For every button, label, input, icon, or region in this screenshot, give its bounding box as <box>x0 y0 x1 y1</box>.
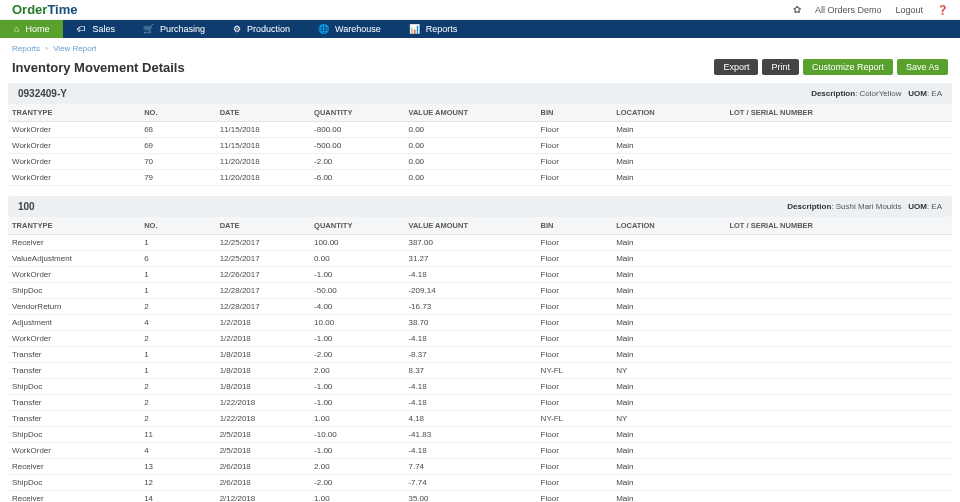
table-row[interactable]: WorkOrder42/5/2018-1.00-4.18FloorMain <box>8 443 952 459</box>
nav-home[interactable]: ⌂ Home <box>0 20 63 38</box>
nav-purchasing[interactable]: 🛒 Purchasing <box>129 20 219 38</box>
breadcrumb-root[interactable]: Reports <box>12 44 40 53</box>
cell-quantity: 2.00 <box>310 363 404 379</box>
gear-icon[interactable]: ✿ <box>793 4 801 15</box>
customize-report-button[interactable]: Customize Report <box>803 59 893 75</box>
cell-trantype: Transfer <box>8 411 140 427</box>
table-row[interactable]: WorkOrder7911/20/2018-6.000.00FloorMain <box>8 170 952 186</box>
nav-production[interactable]: ⚙ Production <box>219 20 304 38</box>
table-row[interactable]: Transfer11/8/2018-2.00-8.37FloorMain <box>8 347 952 363</box>
cell-lot <box>725 347 952 363</box>
cell-lot <box>725 443 952 459</box>
cell-location: Main <box>612 283 725 299</box>
cell-no: 1 <box>140 347 216 363</box>
cell-quantity: 10.00 <box>310 315 404 331</box>
cell-bin: Floor <box>537 395 613 411</box>
cell-date: 2/6/2018 <box>216 459 310 475</box>
cell-date: 2/5/2018 <box>216 427 310 443</box>
cell-bin: Floor <box>537 475 613 491</box>
group-header[interactable]: 0932409-YDescription: ColorYellow UOM: E… <box>8 83 952 104</box>
table-row[interactable]: Receiver112/25/2017100.00387.00FloorMain <box>8 235 952 251</box>
col-no[interactable]: NO. <box>140 104 216 122</box>
table-row[interactable]: WorkOrder21/2/2018-1.00-4.18FloorMain <box>8 331 952 347</box>
print-button[interactable]: Print <box>762 59 799 75</box>
table-row[interactable]: Receiver132/6/20182.007.74FloorMain <box>8 459 952 475</box>
col-quantity[interactable]: QUANTITY <box>310 104 404 122</box>
table-row[interactable]: Transfer11/8/20182.008.37NY-FLNY <box>8 363 952 379</box>
table-row[interactable]: WorkOrder6911/15/2018-500.000.00FloorMai… <box>8 138 952 154</box>
col-lot-serial[interactable]: LOT / SERIAL NUMBER <box>725 104 952 122</box>
group-id: 100 <box>18 201 35 212</box>
cell-date: 2/6/2018 <box>216 475 310 491</box>
cell-location: Main <box>612 443 725 459</box>
navbar: ⌂ Home 🏷 Sales 🛒 Purchasing ⚙ Production… <box>0 20 960 38</box>
cart-icon: 🛒 <box>143 24 154 34</box>
col-no[interactable]: NO. <box>140 217 216 235</box>
cell-bin: Floor <box>537 251 613 267</box>
table-row[interactable]: ShipDoc112/28/2017-50.00-209.14FloorMain <box>8 283 952 299</box>
nav-warehouse[interactable]: 🌐 Warehouse <box>304 20 395 38</box>
cell-no: 68 <box>140 122 216 138</box>
cell-trantype: ShipDoc <box>8 475 140 491</box>
cell-no: 4 <box>140 443 216 459</box>
cell-location: Main <box>612 170 725 186</box>
col-value-amount[interactable]: VALUE AMOUNT <box>404 104 536 122</box>
nav-sales[interactable]: 🏷 Sales <box>63 20 129 38</box>
all-orders-demo-link[interactable]: All Orders Demo <box>815 5 882 15</box>
col-bin[interactable]: BIN <box>537 104 613 122</box>
export-button[interactable]: Export <box>714 59 758 75</box>
table-row[interactable]: Transfer21/22/2018-1.00-4.18FloorMain <box>8 395 952 411</box>
col-date[interactable]: DATE <box>216 217 310 235</box>
cell-trantype: Adjustment <box>8 315 140 331</box>
col-quantity[interactable]: QUANTITY <box>310 217 404 235</box>
save-as-button[interactable]: Save As <box>897 59 948 75</box>
table-row[interactable]: WorkOrder6811/15/2018-800.000.00FloorMai… <box>8 122 952 138</box>
col-value-amount[interactable]: VALUE AMOUNT <box>404 217 536 235</box>
help-icon[interactable]: ❓ <box>937 5 948 15</box>
cell-lot <box>725 170 952 186</box>
table-row[interactable]: ValueAdjustment612/25/20170.0031.27Floor… <box>8 251 952 267</box>
cell-value-amount: -8.37 <box>404 347 536 363</box>
cell-value-amount: -4.18 <box>404 331 536 347</box>
cell-location: Main <box>612 427 725 443</box>
cell-trantype: WorkOrder <box>8 138 140 154</box>
cell-no: 79 <box>140 170 216 186</box>
cell-trantype: WorkOrder <box>8 154 140 170</box>
col-lot-serial[interactable]: LOT / SERIAL NUMBER <box>725 217 952 235</box>
col-location[interactable]: LOCATION <box>612 104 725 122</box>
table-row[interactable]: WorkOrder7011/20/2018-2.000.00FloorMain <box>8 154 952 170</box>
cell-no: 70 <box>140 154 216 170</box>
cell-no: 1 <box>140 283 216 299</box>
logout-link[interactable]: Logout <box>895 5 923 15</box>
cell-bin: Floor <box>537 459 613 475</box>
cell-value-amount: 387.00 <box>404 235 536 251</box>
col-date[interactable]: DATE <box>216 104 310 122</box>
table-row[interactable]: VendorReturn212/28/2017-4.00-16.73FloorM… <box>8 299 952 315</box>
nav-reports[interactable]: 📊 Reports <box>395 20 472 38</box>
cell-value-amount: 8.37 <box>404 363 536 379</box>
table-row[interactable]: WorkOrder112/26/2017-1.00-4.18FloorMain <box>8 267 952 283</box>
cell-no: 13 <box>140 459 216 475</box>
col-location[interactable]: LOCATION <box>612 217 725 235</box>
table-row[interactable]: Receiver142/12/20181.0035.00FloorMain <box>8 491 952 503</box>
table-row[interactable]: Adjustment41/2/201810.0038.70FloorMain <box>8 315 952 331</box>
col-trantype[interactable]: TRANTYPE <box>8 104 140 122</box>
cell-trantype: Transfer <box>8 363 140 379</box>
cell-trantype: WorkOrder <box>8 331 140 347</box>
group-header[interactable]: 100Description: Sushi Mari Moulds UOM: E… <box>8 196 952 217</box>
col-trantype[interactable]: TRANTYPE <box>8 217 140 235</box>
cell-lot <box>725 138 952 154</box>
group-meta: Description: ColorYellow UOM: EA <box>811 89 942 98</box>
cell-quantity: -1.00 <box>310 379 404 395</box>
nav-home-label: Home <box>25 24 49 34</box>
table-row[interactable]: ShipDoc21/8/2018-1.00-4.18FloorMain <box>8 379 952 395</box>
cell-no: 2 <box>140 395 216 411</box>
cell-bin: Floor <box>537 122 613 138</box>
table-row[interactable]: ShipDoc122/6/2018-2.00-7.74FloorMain <box>8 475 952 491</box>
table-row[interactable]: ShipDoc112/5/2018-10.00-41.83FloorMain <box>8 427 952 443</box>
col-bin[interactable]: BIN <box>537 217 613 235</box>
table-row[interactable]: Transfer21/22/20181.004.18NY-FLNY <box>8 411 952 427</box>
logo[interactable]: OrderTime <box>12 2 78 17</box>
cell-lot <box>725 491 952 503</box>
cell-no: 1 <box>140 267 216 283</box>
